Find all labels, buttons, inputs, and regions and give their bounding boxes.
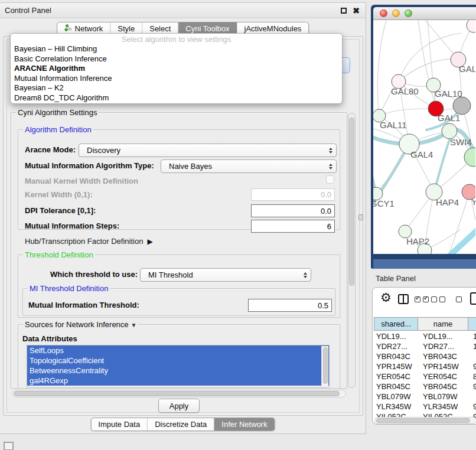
which-threshold-combo[interactable]: MI Threshold — [140, 268, 311, 282]
table-cell[interactable]: YDR27... — [418, 341, 468, 351]
minimized-panel-icon[interactable] — [4, 442, 14, 450]
sources-title: Sources for Network Inference — [25, 320, 129, 329]
kernel-width-field[interactable]: 0.0 — [251, 188, 335, 201]
table-cell[interactable]: YER054C — [374, 371, 418, 381]
network-node-label: SWI4 — [450, 137, 472, 147]
table-cell[interactable]: YBL079W — [374, 392, 418, 402]
table-cell[interactable] — [468, 392, 476, 402]
table-cell[interactable]: 12 — [468, 341, 476, 351]
table-cell[interactable]: YBR045C — [374, 381, 418, 392]
algorithm-options: Bayesian – Hill ClimbingBasic Correlatio… — [11, 44, 342, 103]
settings-scrollbar-thumb[interactable] — [349, 118, 354, 286]
dpi-tolerance-field[interactable]: 0.0 — [251, 204, 335, 217]
column-header[interactable]: shared... — [374, 317, 418, 331]
network-node-label: GAL11 — [380, 120, 407, 130]
table-cell[interactable]: YBL079W — [418, 392, 468, 402]
table-cell[interactable]: YBR043C — [418, 351, 468, 361]
algorithm-option[interactable]: Mutual Information Inference — [11, 74, 342, 84]
tab-impute-data[interactable]: Impute Data — [91, 418, 148, 431]
attribute-list-item[interactable]: SelfLoops — [27, 345, 329, 356]
control-panel-window: Control Panel ✖ NetworkStyleSelectCyni T… — [0, 2, 366, 434]
table-cell[interactable]: YDL19... — [418, 331, 468, 341]
table-cell[interactable] — [468, 351, 476, 361]
table-cell[interactable]: YBR045C — [418, 381, 468, 392]
tab-discretize-data[interactable]: Discretize Data — [148, 418, 214, 431]
attribute-list-item[interactable]: gal4RGexp — [27, 376, 329, 386]
manual-kernel-checkbox[interactable] — [326, 175, 334, 184]
network-node-label: GAL10 — [435, 89, 462, 99]
splitter-handle[interactable] — [358, 214, 363, 220]
table-cell[interactable]: 13 — [468, 331, 476, 341]
apply-button[interactable]: Apply — [158, 399, 200, 413]
table-cell[interactable]: YPR145W — [374, 361, 418, 371]
algorithm-combo-stub[interactable] — [341, 57, 350, 73]
table-cell[interactable]: 9. — [468, 381, 476, 392]
deselect-all-icon[interactable] — [431, 296, 445, 302]
table-cell[interactable]: YDL19... — [374, 331, 418, 341]
which-threshold-label: Which threshold to use: — [50, 270, 138, 279]
column-header[interactable]: A — [468, 317, 476, 331]
zoom-traffic-light[interactable] — [405, 9, 412, 17]
table-cell[interactable]: 8. — [468, 371, 476, 381]
table-row[interactable]: YER054CYER054C8. — [374, 371, 476, 381]
attribute-list-item[interactable]: BetweennessCentrality — [27, 366, 329, 376]
close-icon[interactable]: ✖ — [353, 8, 360, 14]
attribute-list-item[interactable]: TopologicalCoefficient — [27, 356, 329, 366]
table-cell[interactable]: YLR345W — [374, 402, 418, 412]
network-canvas[interactable]: GALGAL80GAL10GAL1GAL11SWI4GAL4HAP4YGCY1H… — [373, 20, 476, 254]
network-node[interactable] — [464, 148, 475, 167]
document-icon[interactable] — [470, 292, 476, 305]
mi-type-combo[interactable]: Naive Bayes — [161, 159, 337, 173]
network-node[interactable] — [467, 20, 475, 32]
table-row[interactable]: YBL079WYBL079W — [374, 392, 476, 402]
algorithm-option[interactable]: Basic Correlation Inference — [11, 54, 342, 64]
network-edge-thick[interactable] — [434, 137, 451, 192]
hub-definition-toggle[interactable]: Hub/Transcription Factor Definition▶ — [25, 237, 153, 246]
float-window-icon[interactable] — [341, 8, 347, 14]
settings-horizontal-scrollbar[interactable] — [12, 390, 346, 397]
table-cell[interactable]: 9. — [468, 402, 476, 412]
algorithm-option[interactable]: Dream8 DC_TDC Algorithm — [11, 93, 342, 103]
settings-vertical-scrollbar[interactable] — [348, 113, 356, 388]
table-hscrollbar-thumb[interactable] — [376, 418, 470, 423]
table-cell[interactable]: YER054C — [418, 371, 468, 381]
table-row[interactable]: YLR345WYLR345W9. — [374, 402, 476, 412]
network-window-titlebar[interactable] — [373, 7, 476, 20]
gear-icon[interactable]: ⚙ — [380, 291, 392, 304]
tab-infer-network[interactable]: Infer Network — [214, 418, 274, 431]
aracne-mode-combo[interactable]: Discovery — [79, 144, 337, 157]
columns-icon[interactable] — [398, 294, 409, 304]
network-node-label: HAP2 — [406, 236, 429, 246]
network-edge[interactable] — [377, 20, 386, 116]
network-edge[interactable] — [379, 109, 436, 116]
control-panel-titlebar[interactable]: Control Panel ✖ — [0, 3, 366, 18]
table-cell[interactable]: YLR345W — [418, 402, 468, 412]
minimize-traffic-light[interactable] — [392, 9, 400, 17]
mi-type-value: Naive Bayes — [169, 162, 212, 171]
column-header[interactable]: name — [418, 317, 468, 331]
network-edge-thick[interactable] — [448, 228, 475, 254]
table-row[interactable]: YDL19...YDL19...13 — [374, 331, 476, 341]
mi-steps-field[interactable]: 6 — [251, 220, 335, 233]
table-cell[interactable]: 9. — [468, 361, 476, 371]
settings-hscrollbar-thumb[interactable] — [14, 391, 340, 396]
table-cell[interactable]: YBR043C — [374, 351, 418, 361]
list-scrollbar[interactable] — [321, 346, 328, 386]
sources-toggle[interactable]: Sources for Network Inference▼ — [23, 320, 138, 329]
close-traffic-light[interactable] — [380, 9, 387, 17]
table-cell[interactable]: YDR27... — [374, 341, 418, 351]
table-row[interactable]: YBR043CYBR043C — [374, 351, 476, 361]
checkbox-icon[interactable] — [456, 296, 462, 302]
algorithm-option[interactable]: Bayesian – K2 — [11, 83, 342, 93]
table-horizontal-scrollbar[interactable] — [374, 417, 476, 424]
select-all-icon[interactable] — [415, 296, 429, 302]
table-row[interactable]: YBR045CYBR045C9. — [374, 381, 476, 392]
list-scrollbar-thumb[interactable] — [323, 347, 328, 384]
algorithm-option[interactable]: ARACNE Algorithm — [11, 64, 342, 74]
table-cell[interactable]: YPR145W — [418, 361, 468, 371]
algorithm-option[interactable]: Bayesian – Hill Climbing — [11, 44, 342, 54]
mi-threshold-field[interactable]: 0.5 — [248, 299, 332, 312]
network-node[interactable] — [453, 97, 471, 115]
table-row[interactable]: YPR145WYPR145W9. — [374, 361, 476, 371]
table-row[interactable]: YDR27...YDR27...12 — [374, 341, 476, 351]
